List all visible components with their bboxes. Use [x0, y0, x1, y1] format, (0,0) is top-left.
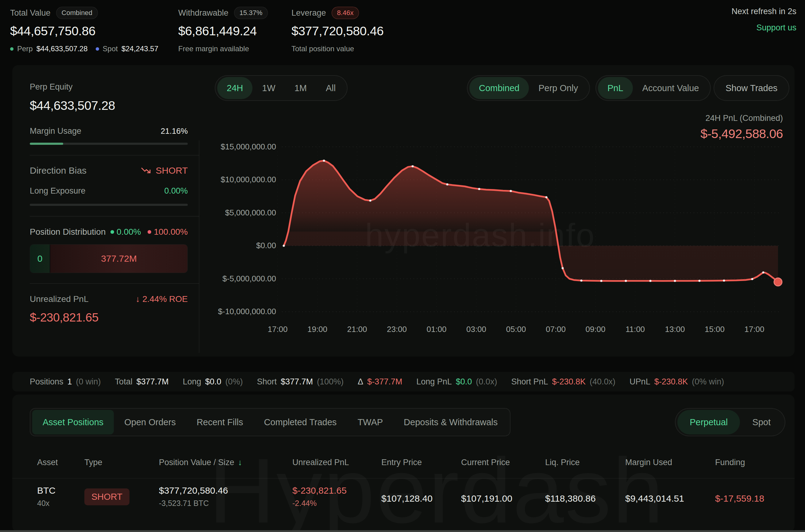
- tab-completed-trades[interactable]: Completed Trades: [253, 410, 347, 434]
- x-axis-label: 11:00: [626, 325, 645, 334]
- entry-price: $107,128.40: [381, 493, 433, 504]
- tab-twap[interactable]: TWAP: [347, 410, 393, 434]
- summary-short-pnl: Short PnL $-230.8K (40.0x): [511, 377, 615, 386]
- col-current-price: Current Price: [461, 458, 510, 467]
- total-value-label: Total Value: [10, 8, 51, 18]
- pnl-area-fill: [284, 161, 778, 282]
- data-point-marker: [323, 159, 325, 162]
- summary-short: Short $377.7M (100%): [257, 377, 344, 386]
- perp-equity-label: Perp Equity: [30, 82, 188, 92]
- x-axis-label: 19:00: [307, 325, 327, 334]
- tab-spot[interactable]: Spot: [740, 410, 783, 434]
- tab-1m[interactable]: 1M: [285, 77, 316, 99]
- spot-label: Spot: [103, 44, 118, 53]
- tab-open-orders[interactable]: Open Orders: [114, 410, 186, 434]
- tab-24h[interactable]: 24H: [217, 77, 252, 99]
- position-size: -3,523.71 BTC: [159, 499, 228, 508]
- support-us-link[interactable]: Support us: [731, 23, 797, 33]
- summary-positions: Positions 1 (0 win): [30, 377, 101, 386]
- summary-delta: Δ $-377.7M: [358, 377, 402, 386]
- summary-label: Positions: [30, 377, 63, 386]
- summary-long-pnl: Long PnL $0.0 (0.0x): [416, 377, 497, 386]
- pnl-readout-value: $-5,492,588.06: [701, 127, 783, 141]
- withdrawable-stat: Withdrawable 15.37% $6,861,449.24 Free m…: [178, 6, 268, 53]
- tab-deposits-withdrawals[interactable]: Deposits & Withdrawals: [393, 410, 508, 434]
- show-trades-button[interactable]: Show Trades: [716, 77, 787, 99]
- table-header-divider: [12, 478, 794, 479]
- col-position-value-size[interactable]: Position Value / Size↓: [159, 458, 242, 467]
- x-axis-label: 07:00: [546, 325, 566, 334]
- x-axis-label: 17:00: [744, 325, 764, 334]
- y-axis-label: $10,000,000.00: [221, 175, 276, 184]
- data-point-marker: [674, 280, 676, 282]
- upnl-value: $-230,821.65: [292, 486, 347, 496]
- y-axis-label: $15,000,000.00: [221, 142, 276, 152]
- summary-value: $377.7M: [281, 377, 313, 386]
- data-point-marker: [562, 267, 564, 269]
- tab-all[interactable]: All: [316, 77, 345, 99]
- sort-desc-icon: ↓: [238, 458, 242, 467]
- data-point-marker: [698, 280, 701, 282]
- positions-summary-bar: Positions 1 (0 win) Total $377.7M Long $…: [12, 372, 794, 392]
- current-price: $107,191.00: [461, 493, 512, 504]
- x-axis-label: 03:00: [466, 325, 486, 334]
- asset-cell: BTC 40x: [37, 486, 56, 508]
- tab-perp-only[interactable]: Perp Only: [529, 77, 588, 99]
- col-margin-used: Margin Used: [625, 458, 672, 467]
- summary-extra: (0 win): [76, 377, 101, 386]
- delta-icon: Δ: [358, 377, 363, 386]
- perp-value: $44,633,507.28: [37, 44, 88, 53]
- summary-value: $377.7M: [136, 377, 169, 386]
- x-axis-label: 23:00: [387, 325, 407, 334]
- data-point-marker: [580, 280, 582, 282]
- tab-account-value[interactable]: Account Value: [633, 77, 709, 99]
- withdrawable-label: Withdrawable: [178, 8, 229, 18]
- col-liq-price: Liq. Price: [545, 458, 580, 467]
- summary-label: Total: [115, 377, 133, 386]
- pnl-readout-label: 24H PnL (Combined): [701, 114, 783, 123]
- data-point-marker: [762, 271, 765, 274]
- data-point-marker: [369, 200, 371, 202]
- total-value-stat: Total Value Combined $44,657,750.86 Perp…: [10, 6, 158, 53]
- data-point-marker: [478, 188, 480, 190]
- withdrawable-subtext: Free margin available: [178, 44, 249, 53]
- data-point-marker: [625, 280, 627, 282]
- metric-tabs: PnL Account Value: [595, 75, 711, 101]
- col-asset: Asset: [37, 458, 58, 467]
- last-point-marker: [774, 278, 782, 286]
- tab-perpetual[interactable]: Perpetual: [677, 410, 740, 434]
- spot-dot-icon: [96, 47, 99, 51]
- withdrawable-amount: $6,861,449.24: [178, 24, 268, 38]
- col-unrealized-pnl: Unrealized PnL: [292, 458, 349, 467]
- summary-value: $-230.8K: [654, 377, 688, 386]
- perp-label: Perp: [17, 44, 33, 53]
- summary-value: $0.0: [456, 377, 472, 386]
- margin-usage-label: Margin Usage: [30, 127, 81, 136]
- total-value-amount: $44,657,750.86: [10, 24, 158, 38]
- perp-dot-icon: [10, 47, 14, 51]
- summary-total: Total $377.7M: [115, 377, 169, 386]
- tab-asset-positions[interactable]: Asset Positions: [32, 410, 114, 434]
- funding-value: $-17,559.18: [715, 493, 764, 504]
- summary-extra: (0%): [225, 377, 243, 386]
- hyperdash-dashboard: { "header": { "total_value": {"label":"T…: [0, 0, 805, 532]
- summary-extra: (0.0x): [476, 377, 497, 386]
- x-axis-label: 15:00: [705, 325, 725, 334]
- y-axis-label: $-5,000,000.00: [223, 274, 276, 284]
- leverage-amount: $377,720,580.46: [291, 24, 383, 38]
- leverage-subtext: Total position value: [291, 44, 354, 53]
- summary-extra: (0% win): [692, 377, 724, 386]
- tab-pnl[interactable]: PnL: [598, 77, 633, 99]
- tab-recent-fills[interactable]: Recent Fills: [186, 410, 254, 434]
- combined-badge: Combined: [56, 7, 98, 19]
- summary-long: Long $0.0 (0%): [183, 377, 243, 386]
- liq-price: $118,380.86: [545, 493, 596, 504]
- margin-used: $9,443,014.51: [625, 493, 684, 504]
- pnl-readout: 24H PnL (Combined) $-5,492,588.06: [701, 114, 783, 141]
- time-range-tabs: 24H 1W 1M All: [215, 75, 348, 101]
- y-axis-label: $-10,000,000.00: [218, 307, 276, 316]
- tab-combined[interactable]: Combined: [469, 77, 529, 99]
- tab-1w[interactable]: 1W: [252, 77, 285, 99]
- summary-label: Short: [257, 377, 277, 386]
- pnl-area-chart: [273, 141, 785, 321]
